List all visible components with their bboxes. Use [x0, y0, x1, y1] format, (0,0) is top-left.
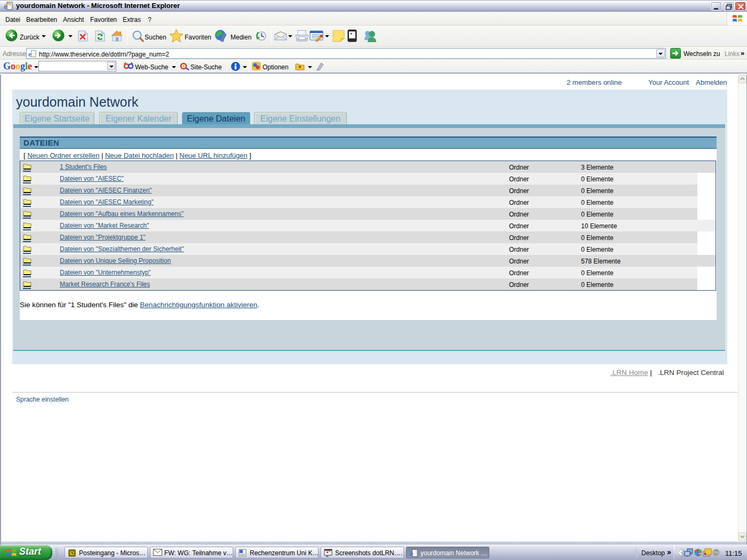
- svg-text:*: *: [350, 31, 353, 38]
- svg-text:e: e: [410, 549, 413, 557]
- svg-text:e: e: [28, 50, 31, 58]
